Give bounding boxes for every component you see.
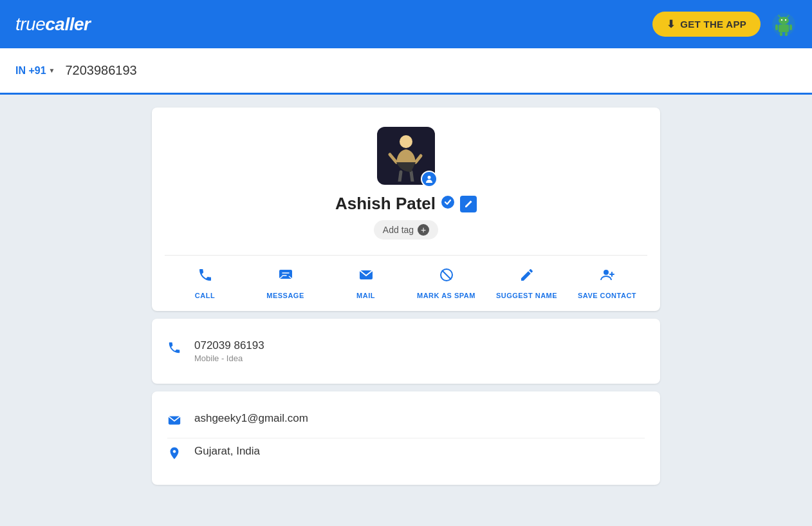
location-text: Gujarat, India: [194, 445, 260, 458]
phone-info-row: 072039 86193 Mobile - Idea: [167, 333, 645, 370]
header: truecaller ⬇ GET THE APP: [0, 0, 812, 48]
pencil-icon: [464, 200, 473, 209]
message-icon: [278, 267, 293, 286]
add-tag-label: Add tag: [383, 225, 414, 235]
spam-icon: [439, 267, 454, 286]
phone-info-card: 072039 86193 Mobile - Idea: [152, 319, 660, 384]
avatar-container: [377, 127, 435, 185]
profile-name-row: Ashish Patel: [335, 194, 477, 214]
phone-info-content: 072039 86193 Mobile - Idea: [194, 339, 264, 363]
suggest-name-label: SUGGEST NAME: [496, 292, 557, 299]
svg-point-13: [441, 196, 454, 209]
email-row: ashgeeky1@gmail.com: [167, 406, 645, 438]
svg-rect-10: [785, 32, 788, 36]
person-icon: [425, 174, 434, 183]
svg-point-12: [428, 176, 431, 179]
mail-label: MAIL: [356, 292, 375, 299]
mail-icon: [358, 267, 374, 286]
country-code: IN +91: [15, 65, 46, 77]
mark-spam-label: MARK AS SPAM: [417, 292, 475, 299]
profile-verified-badge: [421, 171, 438, 187]
message-label: MESSAGE: [266, 292, 304, 299]
add-tag-button[interactable]: Add tag +: [374, 220, 438, 240]
location-row: Gujarat, India: [167, 438, 645, 471]
email-address: ashgeeky1@gmail.com: [194, 412, 308, 425]
header-right: ⬇ GET THE APP: [652, 12, 797, 37]
download-icon: ⬇: [667, 18, 675, 30]
location-content: Gujarat, India: [194, 445, 260, 458]
svg-rect-8: [789, 24, 792, 30]
svg-rect-7: [775, 24, 778, 30]
profile-card: Ashish Patel Add tag: [152, 108, 660, 311]
svg-rect-9: [780, 32, 782, 36]
call-icon: [198, 267, 213, 286]
dropdown-arrow-icon: ▼: [49, 67, 55, 74]
mail-button[interactable]: MAIL: [326, 256, 406, 311]
profile-name: Ashish Patel: [335, 194, 436, 214]
logo: truecaller: [15, 14, 90, 35]
edit-icon[interactable]: [460, 196, 477, 212]
svg-point-18: [604, 270, 609, 275]
country-selector[interactable]: IN +91 ▼: [15, 65, 55, 77]
email-icon: [167, 413, 181, 431]
message-button[interactable]: MESSAGE: [245, 256, 326, 311]
email-content: ashgeeky1@gmail.com: [194, 412, 308, 425]
verified-checkmark-icon: [441, 195, 455, 212]
svg-point-11: [400, 135, 412, 148]
get-app-button[interactable]: ⬇ GET THE APP: [652, 12, 761, 37]
profile-top: Ashish Patel Add tag: [165, 127, 647, 255]
call-button[interactable]: CALL: [165, 256, 245, 311]
android-icon: [771, 12, 797, 37]
svg-point-1: [779, 17, 789, 24]
svg-rect-6: [779, 24, 789, 32]
actions-row: CALL MESSAGE: [165, 255, 647, 311]
blue-verify-icon: [441, 195, 455, 209]
phone-type: Mobile - Idea: [194, 353, 264, 363]
main-content: Ashish Patel Add tag: [152, 95, 660, 505]
phone-number: 072039 86193: [194, 339, 264, 352]
svg-line-17: [442, 271, 450, 279]
save-contact-label: SAVE CONTACT: [578, 292, 636, 299]
mark-spam-button[interactable]: MARK AS SPAM: [406, 256, 486, 311]
svg-point-3: [785, 19, 786, 20]
suggest-name-icon: [519, 267, 535, 286]
save-contact-icon: [600, 267, 615, 286]
contact-details-card: ashgeeky1@gmail.com Gujarat, India: [152, 391, 660, 485]
phone-info-icon: [167, 341, 181, 359]
search-bar: IN +91 ▼: [0, 48, 812, 95]
phone-input[interactable]: [60, 63, 797, 78]
svg-point-2: [781, 19, 782, 20]
suggest-name-button[interactable]: SUGGEST NAME: [486, 256, 567, 311]
get-app-label: GET THE APP: [680, 19, 746, 30]
call-label: CALL: [195, 292, 215, 299]
plus-icon: +: [418, 224, 429, 236]
location-icon: [167, 446, 181, 464]
save-contact-button[interactable]: SAVE CONTACT: [567, 256, 647, 311]
